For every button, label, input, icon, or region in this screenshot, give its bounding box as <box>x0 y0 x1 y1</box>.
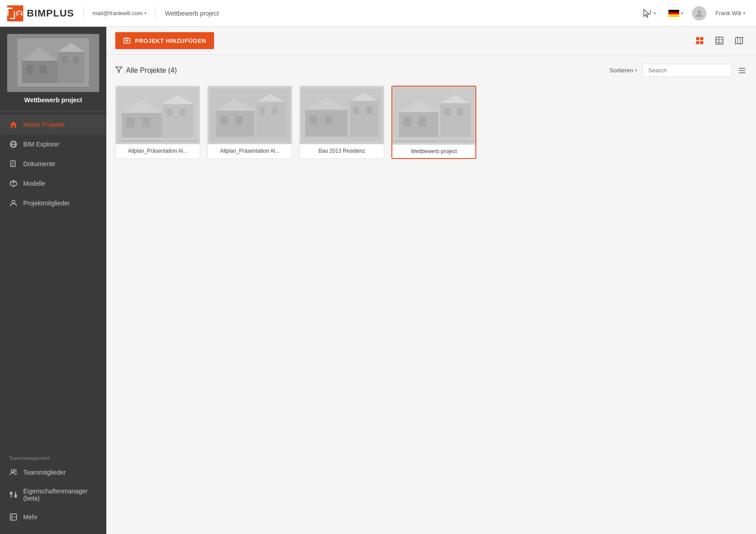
search-input[interactable] <box>643 64 732 77</box>
sidebar: Wettbewerb project Meine Projekte BIM Ex… <box>0 27 106 534</box>
project-card-name-2: Allplan_Präsentation Al... <box>208 144 292 158</box>
sidebar-project-thumb: Wettbewerb project <box>0 27 106 111</box>
sidebar-item-bim-explorer[interactable]: BIM Explorer <box>0 134 106 154</box>
map-view-button[interactable] <box>731 33 747 49</box>
modelle-icon <box>9 179 18 188</box>
sort-chevron: ▾ <box>635 68 637 73</box>
svg-rect-15 <box>73 56 79 63</box>
sort-label: Sortieren <box>609 67 633 74</box>
project-card-2[interactable]: Allplan_Präsentation Al... <box>207 86 292 159</box>
svg-rect-92 <box>457 108 463 116</box>
svg-point-6 <box>697 10 701 14</box>
svg-rect-12 <box>26 65 33 74</box>
project-card-thumb-2 <box>208 86 292 144</box>
list-options-icon <box>737 66 747 75</box>
nav-email-button[interactable]: mail@frankwill.com ▾ <box>92 10 147 17</box>
projektmitglieder-icon <box>9 199 18 208</box>
projects-area: Alle Projekte (4) Sortieren ▾ <box>106 55 756 534</box>
top-nav: BIMPLUS mail@frankwill.com ▾ Wettbewerb … <box>0 0 756 27</box>
filter-svg-icon <box>115 66 122 73</box>
svg-marker-2 <box>644 9 649 17</box>
project-card-name-3: Bau 2013 Residenz <box>300 144 384 158</box>
bim-explorer-icon <box>9 140 18 149</box>
svg-point-30 <box>14 470 17 472</box>
lang-chevron: ▾ <box>681 11 683 16</box>
svg-rect-83 <box>366 106 372 114</box>
cursor-icon <box>642 8 652 18</box>
project-card-name-1: Allplan_Präsentation Al... <box>116 144 200 158</box>
grid-view-icon <box>695 36 704 45</box>
project-thumb-svg-2 <box>210 88 290 142</box>
sidebar-project-name: Wettbewerb project <box>7 96 99 104</box>
projects-header: Alle Projekte (4) Sortieren ▾ <box>115 64 747 77</box>
sidebar-label-teammitglieder: Teammitglieder <box>23 469 66 476</box>
logo-area: BIMPLUS <box>7 5 74 21</box>
svg-rect-42 <box>700 37 703 40</box>
sidebar-label-bim-explorer: BIM Explorer <box>23 141 59 148</box>
svg-rect-64 <box>179 108 185 116</box>
sidebar-item-dokumente[interactable]: Dokumente <box>0 154 106 174</box>
projects-title: Alle Projekte (4) <box>126 67 177 75</box>
svg-rect-82 <box>353 106 359 114</box>
sidebar-item-eigenschaftenmanager[interactable]: Eigenschaftenmanager (beta) <box>0 482 106 507</box>
cursor-chevron: ▾ <box>654 11 656 16</box>
svg-rect-62 <box>142 117 150 127</box>
svg-rect-90 <box>419 117 426 126</box>
svg-rect-9 <box>58 52 84 83</box>
team-section-label: Teammanagement <box>0 448 106 463</box>
project-card-name-4: Wettbewerb project <box>392 145 475 158</box>
user-chevron: ▾ <box>743 11 745 16</box>
user-avatar <box>692 6 706 21</box>
projects-grid: Allplan_Präsentation Al... <box>115 86 747 159</box>
project-card-1[interactable]: Allplan_Präsentation Al... <box>115 86 200 159</box>
cursor-tool-button[interactable]: ▾ <box>638 7 659 20</box>
bimplus-logo-icon <box>7 5 23 21</box>
project-card-4[interactable]: Wettbewerb project <box>391 86 476 159</box>
table-view-button[interactable] <box>711 33 727 49</box>
svg-rect-68 <box>256 102 286 137</box>
list-options-button[interactable] <box>737 66 747 75</box>
app-name: BIMPLUS <box>27 8 74 19</box>
nav-project-name: Wettbewerb project <box>165 10 218 17</box>
project-card-3[interactable]: Bau 2013 Residenz <box>299 86 384 159</box>
svg-point-29 <box>11 470 14 472</box>
nav-divider2 <box>155 7 156 20</box>
map-view-icon <box>735 36 743 45</box>
main-layout: Wettbewerb project Meine Projekte BIM Ex… <box>0 27 756 534</box>
project-card-thumb-4 <box>392 87 475 145</box>
sidebar-item-meine-projekte[interactable]: Meine Projekte <box>0 115 106 134</box>
sidebar-label-modelle: Modelle <box>23 180 45 187</box>
sidebar-label-dokumente: Dokumente <box>23 160 55 167</box>
main-content: PROJEKT HINZUFÜGEN <box>106 27 756 534</box>
main-toolbar: PROJEKT HINZUFÜGEN <box>106 27 756 55</box>
add-project-label: PROJEKT HINZUFÜGEN <box>135 38 206 44</box>
svg-rect-45 <box>716 37 723 44</box>
svg-rect-43 <box>696 41 699 44</box>
sidebar-label-eigenschaftenmanager: Eigenschaftenmanager (beta) <box>23 488 97 502</box>
grid-view-button[interactable] <box>692 33 708 49</box>
svg-marker-49 <box>735 37 743 44</box>
user-menu-button[interactable]: Frank Will ▾ <box>712 8 749 18</box>
svg-rect-91 <box>444 108 450 116</box>
email-chevron: ▾ <box>144 11 147 16</box>
building-thumbnail-svg <box>17 38 89 88</box>
language-button[interactable]: ▾ <box>665 8 687 19</box>
sort-button[interactable]: Sortieren ▾ <box>609 67 637 74</box>
sidebar-label-meine-projekte: Meine Projekte <box>23 121 65 128</box>
sidebar-label-mehr: Mehr <box>23 513 38 521</box>
project-card-thumb-3 <box>300 86 384 144</box>
sidebar-item-teammitglieder[interactable]: Teammitglieder <box>0 463 106 482</box>
view-controls <box>692 33 747 49</box>
svg-rect-71 <box>221 116 228 125</box>
svg-marker-52 <box>116 67 122 72</box>
add-project-button[interactable]: PROJEKT HINZUFÜGEN <box>115 32 214 49</box>
svg-marker-17 <box>10 121 17 128</box>
projects-header-right: Sortieren ▾ <box>609 64 747 77</box>
flag-de-icon <box>668 10 679 17</box>
sidebar-item-mehr[interactable]: Mehr <box>0 507 106 527</box>
sidebar-item-projektmitglieder[interactable]: Projektmitglieder <box>0 193 106 213</box>
sidebar-item-modelle[interactable]: Modelle <box>0 174 106 193</box>
svg-rect-61 <box>126 117 134 127</box>
nav-right: ▾ ▾ Frank Will ▾ <box>638 6 749 21</box>
svg-rect-63 <box>167 108 173 116</box>
